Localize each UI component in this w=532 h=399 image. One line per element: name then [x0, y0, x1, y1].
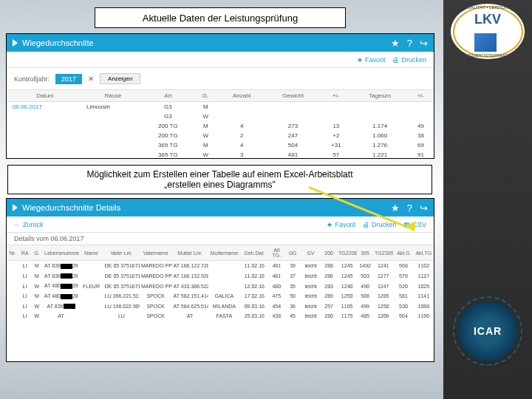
filter-label: Kontrolljahr: — [14, 75, 50, 83]
col-header: Nr. — [7, 245, 18, 261]
slide: QUALITÄT • LEISTUNG LKV NIEDERÖSTERREICH… — [0, 0, 532, 399]
table-row[interactable]: 200 TGM4273131.17449 — [7, 121, 434, 131]
exit-icon[interactable]: ↪ — [420, 38, 428, 49]
caption-line1: Möglichkeit zum Erstellen einer Tabelle … — [87, 169, 353, 180]
col-header: Vatername — [140, 245, 172, 261]
back-link[interactable]: ←Zurück — [14, 221, 44, 228]
table-row[interactable]: LIMAT 83929DE 05 37516712.MAREDO PPAT 16… — [7, 271, 434, 282]
collapse-icon[interactable] — [13, 204, 18, 211]
table-row[interactable]: LIMAT 48028LU 396.221.511SPOCKAT 582.151… — [7, 291, 434, 301]
filter-row: Kontrolljahr: 2017 ✕ Anzeigen — [7, 68, 434, 90]
col-header: Mutter Lnr. — [172, 245, 208, 261]
caption-line2: „erstellen eines Diagramms" — [164, 180, 275, 190]
col-header: Geb.Dat. — [240, 245, 268, 261]
col-header: 365 — [357, 245, 373, 261]
print-link[interactable]: 🖨Drucken — [392, 56, 426, 64]
col-header: Lebensnummer — [43, 245, 79, 261]
col-header: Akt.TG — [414, 245, 434, 261]
help-icon[interactable]: ? — [407, 38, 412, 49]
panel-toolbar: ★Favorit 🖨Drucken — [7, 52, 434, 68]
col-header: Alt TG. — [268, 245, 284, 261]
col-header: GV — [301, 245, 321, 261]
table-row[interactable]: LIMAT 83929DE 05 37516712.MAREDO PPAT 16… — [7, 261, 434, 271]
table-row[interactable]: LIWAT 839LU 198.022.909SPOCKAT 584.625.5… — [7, 301, 434, 312]
star-icon[interactable]: ★ — [391, 38, 400, 49]
col-header: Muttername — [208, 245, 241, 261]
table-row[interactable]: LIWAT 48029FLEURDE 05 37516712.MAREDO PP… — [7, 281, 434, 291]
col-header: Vater Lnr. — [103, 245, 140, 261]
detail-date: Details vom 06.06.2017 — [7, 233, 434, 245]
details-table: Nr.RAG.LebensnummerNameVater Lnr.Vaterna… — [7, 245, 434, 321]
col-header: RA — [18, 245, 30, 261]
favorit-link[interactable]: ★Favorit — [357, 56, 386, 64]
table-row[interactable]: 200 TGW2247+21.06038 — [7, 131, 434, 140]
table-row[interactable]: LIWATLUSPOCKATFASTA25.03.1643845leicht28… — [7, 311, 434, 321]
icar-logo: ICAR THE GLOBAL STANDARD FOR LIVESTOCK D… — [451, 301, 525, 377]
page-title: Aktuelle Daten der Leistungsprüfung — [95, 7, 346, 28]
collapse-icon[interactable] — [13, 39, 18, 47]
year-select[interactable]: 2017 — [55, 74, 82, 84]
averages-table: DatumRasseArtG.AnzahlGewicht+/-Tageszn+/… — [7, 90, 434, 160]
col-header: Akt.G — [393, 245, 413, 261]
panel-title: Wiegedurchschnitte Details — [22, 203, 120, 212]
show-button[interactable]: Anzeigen — [100, 73, 140, 84]
panel-title: Wiegedurchschnitte — [22, 38, 94, 47]
col-header: +/- — [320, 90, 352, 102]
col-header: GG — [284, 245, 301, 261]
lkv-logo: QUALITÄT • LEISTUNG LKV NIEDERÖSTERREICH — [451, 4, 525, 59]
col-header: Datum — [7, 90, 83, 102]
col-header: 200 — [321, 245, 337, 261]
table-row[interactable]: 365 TGW3481571.22191 — [7, 150, 434, 160]
arrow-annotation — [309, 186, 412, 231]
table-row[interactable]: 06.06.2017LimousinG3M — [7, 102, 434, 112]
col-header: G. — [194, 90, 218, 102]
col-header: Gewicht — [266, 90, 321, 102]
table-row[interactable]: 365 TGM4504+311.27669 — [7, 140, 434, 150]
col-header: Rasse — [83, 90, 143, 102]
panel-header: Wiegedurchschnitte ★ ? ↪ — [7, 34, 434, 52]
exit-icon[interactable]: ↪ — [420, 202, 428, 214]
col-header: +/- — [408, 90, 434, 102]
clear-filter-icon[interactable]: ✕ — [88, 75, 94, 83]
col-header: Art — [143, 90, 194, 102]
table-row[interactable]: G3W — [7, 112, 434, 121]
averages-panel: Wiegedurchschnitte ★ ? ↪ ★Favorit 🖨Druck… — [6, 33, 434, 159]
col-header: Name — [79, 245, 103, 261]
col-header: Anzahl — [218, 90, 266, 102]
col-header: TGZ365 — [373, 245, 393, 261]
col-header: Tageszn — [352, 90, 407, 102]
col-header: TGZ200 — [337, 245, 357, 261]
col-header: G. — [31, 245, 43, 261]
